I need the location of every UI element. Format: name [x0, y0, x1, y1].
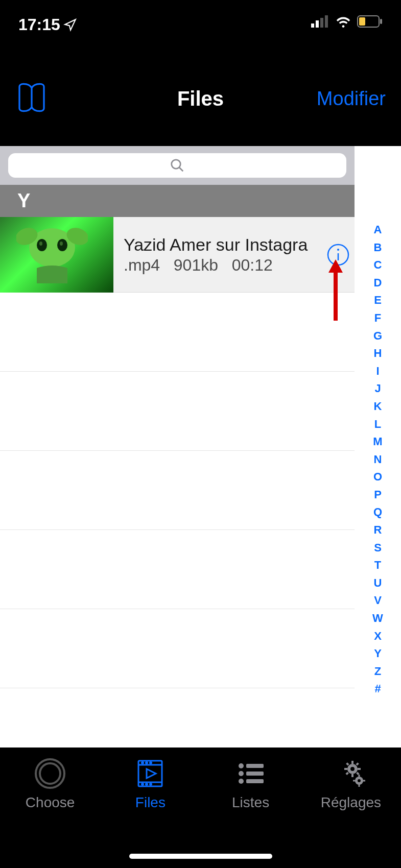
list-icon [235, 758, 267, 789]
location-icon [63, 18, 77, 32]
file-list-area: Y Yazid Amer sur Instagra [0, 146, 355, 748]
svg-point-15 [60, 242, 63, 246]
alpha-index-item[interactable]: R [374, 523, 382, 538]
alpha-index-item[interactable]: P [374, 488, 382, 502]
settings-icon [334, 758, 368, 789]
search-icon [170, 158, 185, 173]
svg-point-32 [239, 771, 244, 776]
cellular-icon [311, 15, 329, 28]
alpha-index-item[interactable]: A [374, 223, 382, 237]
alpha-index-item[interactable]: Z [374, 664, 381, 679]
tab-label: Choose [26, 794, 75, 811]
alpha-index-item[interactable]: H [374, 346, 382, 361]
svg-rect-49 [358, 784, 360, 787]
edit-button[interactable]: Modifier [317, 88, 386, 110]
empty-rows [0, 293, 355, 688]
alpha-index-item[interactable]: X [374, 629, 382, 644]
wifi-icon [335, 15, 352, 28]
empty-row [0, 293, 355, 372]
status-time-group: 17:15 [18, 15, 77, 34]
file-row[interactable]: Yazid Amer sur Instagra .mp4 901kb 00:12 [0, 217, 355, 293]
home-indicator[interactable] [129, 854, 272, 859]
file-meta: .mp4 901kb 00:12 [124, 256, 355, 275]
empty-row [0, 451, 355, 530]
svg-rect-48 [358, 775, 360, 777]
svg-rect-5 [380, 19, 382, 24]
svg-point-27 [142, 784, 144, 785]
svg-point-29 [150, 784, 152, 785]
alpha-index-item[interactable]: L [374, 417, 381, 432]
tab-choose[interactable]: Choose [4, 758, 96, 811]
file-thumbnail [0, 217, 113, 293]
svg-rect-6 [359, 17, 365, 26]
svg-rect-31 [246, 764, 264, 768]
section-header: Y [0, 185, 355, 217]
svg-point-14 [39, 242, 42, 246]
battery-icon [357, 15, 383, 28]
svg-rect-44 [356, 762, 359, 765]
svg-rect-39 [351, 774, 353, 777]
svg-point-20 [40, 763, 60, 784]
tab-listes[interactable]: Listes [205, 758, 297, 811]
alpha-index-item[interactable]: C [374, 258, 382, 273]
file-title: Yazid Amer sur Instagra [124, 235, 355, 255]
svg-rect-41 [358, 768, 361, 770]
alpha-index-item[interactable]: S [374, 541, 382, 556]
search-input[interactable] [8, 153, 346, 178]
alpha-index-item[interactable]: J [374, 381, 381, 396]
status-icons [311, 15, 383, 28]
alpha-index-item[interactable]: V [374, 593, 382, 608]
svg-point-7 [172, 160, 181, 169]
svg-rect-45 [345, 772, 348, 775]
svg-rect-0 [311, 23, 314, 28]
svg-point-13 [57, 239, 67, 251]
file-ext: .mp4 [124, 256, 160, 274]
files-icon [134, 758, 166, 789]
svg-rect-42 [346, 762, 349, 765]
alpha-index-item[interactable]: # [374, 682, 381, 696]
tab-reglages[interactable]: Réglages [305, 758, 397, 811]
alpha-index-item[interactable]: Y [374, 646, 382, 661]
empty-row [0, 372, 355, 451]
svg-point-34 [239, 779, 244, 784]
tab-files[interactable]: Files [104, 758, 196, 811]
alpha-index-item[interactable]: Q [373, 505, 382, 520]
alpha-index-item[interactable]: F [374, 311, 381, 326]
alpha-index-item[interactable]: B [374, 240, 382, 255]
empty-row [0, 609, 355, 688]
tab-label: Réglages [321, 794, 381, 811]
svg-rect-40 [344, 768, 347, 770]
file-duration: 00:12 [232, 256, 273, 274]
alpha-index-item[interactable]: I [376, 364, 379, 379]
svg-rect-50 [353, 780, 356, 782]
info-button[interactable] [327, 244, 349, 266]
svg-point-12 [37, 239, 47, 251]
svg-point-17 [337, 249, 339, 251]
search-container [0, 146, 355, 185]
status-bar: 17:15 [0, 0, 401, 51]
svg-point-30 [239, 763, 244, 768]
svg-rect-51 [363, 780, 365, 782]
bookmarks-button[interactable] [15, 81, 48, 116]
alpha-index[interactable]: ABCDEFGHIJKLMNOPQRSTUVWXYZ# [355, 146, 401, 748]
svg-rect-38 [351, 761, 353, 764]
book-icon [15, 81, 48, 114]
alpha-index-item[interactable]: O [373, 470, 382, 485]
alpha-index-item[interactable]: D [374, 276, 382, 291]
page-title: Files [177, 87, 224, 110]
svg-point-26 [150, 762, 152, 764]
alpha-index-item[interactable]: K [374, 399, 382, 414]
alpha-index-item[interactable]: U [374, 576, 382, 591]
info-icon [327, 244, 349, 266]
alpha-index-item[interactable]: E [374, 293, 382, 308]
alpha-index-item[interactable]: T [374, 558, 381, 573]
svg-point-28 [146, 784, 148, 785]
alpha-index-item[interactable]: M [373, 435, 382, 449]
svg-rect-35 [246, 779, 264, 783]
alpha-index-item[interactable]: G [373, 329, 382, 344]
alpha-index-item[interactable]: W [372, 611, 383, 626]
content-scroll[interactable]: Y Yazid Amer sur Instagra [0, 146, 355, 748]
tab-label: Listes [232, 794, 269, 811]
svg-rect-2 [320, 18, 323, 28]
alpha-index-item[interactable]: N [374, 452, 382, 467]
